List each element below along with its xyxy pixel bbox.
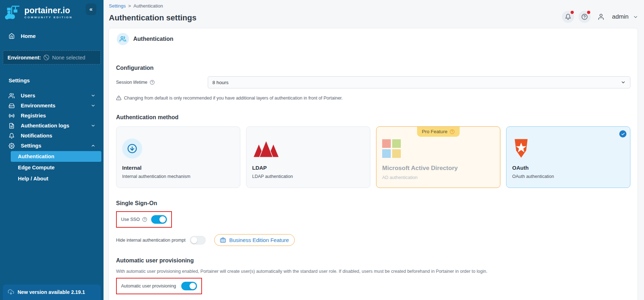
sidebar-item-registries[interactable]: Registries <box>0 111 104 121</box>
user-icon <box>597 13 605 20</box>
business-edition-badge[interactable]: Business Edition Feature <box>214 234 295 246</box>
auth-method-heading: Authentication method <box>116 114 630 121</box>
app-title: portainer.io <box>24 6 73 15</box>
arrow-down-circle-icon <box>122 139 142 159</box>
environment-selector[interactable]: Environment: None selected <box>3 50 101 64</box>
sidebar-item-home[interactable]: Home <box>0 30 104 42</box>
help-button[interactable] <box>578 11 591 23</box>
home-icon <box>9 33 15 39</box>
chevron-down-icon <box>621 80 626 85</box>
download-cloud-icon <box>8 289 14 295</box>
business-edition-label: Business Edition Feature <box>229 237 289 243</box>
sidebar-item-settings[interactable]: Settings <box>0 141 104 151</box>
sidebar-item-label: Notifications <box>21 133 52 139</box>
sidebar-section-title: Settings <box>0 77 104 83</box>
chevron-down-icon <box>91 123 96 128</box>
hide-prompt-toggle[interactable] <box>190 236 206 245</box>
method-description: OAuth authentication <box>512 174 624 179</box>
gear-icon <box>9 143 15 149</box>
use-sso-label: Use SSO <box>121 217 140 222</box>
user-menu-button[interactable] <box>595 11 607 23</box>
provisioning-toggle-label: Automatic user provisioning <box>121 284 176 289</box>
auth0-logo-icon <box>512 139 530 159</box>
bell-icon <box>565 14 571 20</box>
annotation-box-provisioning: Automatic user provisioning <box>116 278 202 294</box>
widget-title: Authentication <box>133 36 173 42</box>
method-name: Internal <box>122 165 234 171</box>
sidebar-item-edge-compute[interactable]: Edge Compute <box>11 162 101 173</box>
breadcrumb: Settings > Authentication <box>109 3 196 9</box>
method-name: Microsoft Active Directory <box>382 165 494 172</box>
sidebar-item-notifications[interactable]: Notifications <box>0 131 104 141</box>
method-name: LDAP <box>252 165 364 171</box>
notification-badge <box>571 11 574 14</box>
main-content: Settings > Authentication Authentication… <box>104 0 644 300</box>
server-icon <box>9 103 15 109</box>
sidebar-item-authentication-logs[interactable]: Authentication logs <box>0 121 104 131</box>
help-circle-icon <box>581 14 588 20</box>
sidebar-item-label: Settings <box>21 143 41 149</box>
breadcrumb-authentication: Authentication <box>134 3 163 9</box>
annotation-box-use-sso: Use SSO <box>116 211 172 228</box>
provisioning-toggle[interactable] <box>181 282 197 290</box>
version-banner-text: New version available 2.19.1 <box>18 289 85 295</box>
environment-value: None selected <box>52 55 85 61</box>
users-icon <box>9 93 15 99</box>
method-card-oauth[interactable]: OAuth OAuth authentication <box>506 126 630 188</box>
method-card-active-directory[interactable]: Pro Feature Microsoft Active Directory A… <box>376 126 500 188</box>
sidebar-item-label: Authentication logs <box>21 123 69 129</box>
help-circle-icon <box>142 217 147 222</box>
username: admin <box>612 13 629 20</box>
method-description: Internal authentication mechanism <box>122 174 234 179</box>
sidebar: portainer.io COMMUNITY EDITION « Home En… <box>0 0 104 300</box>
warning-triangle-icon <box>116 95 121 101</box>
sidebar-item-label: Help / About <box>18 176 48 182</box>
sidebar-item-help-about[interactable]: Help / About <box>11 173 101 184</box>
provisioning-heading: Automatic user provisioning <box>116 257 630 264</box>
breadcrumb-settings[interactable]: Settings <box>109 3 126 9</box>
help-badge <box>587 11 590 14</box>
pro-feature-label: Pro Feature <box>422 129 447 134</box>
version-banner: New version available 2.19.1 Dismiss See… <box>3 285 101 300</box>
home-label: Home <box>21 33 36 39</box>
session-lifetime-select[interactable]: 8 hours <box>208 76 630 88</box>
use-sso-toggle[interactable] <box>151 215 167 224</box>
broadcast-icon <box>9 113 15 119</box>
authentication-widget: Authentication Configuration Session lif… <box>109 28 638 300</box>
microsoft-logo-icon <box>382 139 401 158</box>
check-icon <box>619 130 626 137</box>
help-circle-icon <box>450 129 455 134</box>
ldap-logo-icon <box>252 139 280 158</box>
sidebar-item-authentication[interactable]: Authentication <box>11 151 101 162</box>
session-warning-text: Changing from default is only recommende… <box>124 96 343 101</box>
sidebar-item-label: Environments <box>21 103 56 108</box>
pro-feature-badge: Pro Feature <box>417 127 460 137</box>
method-card-ldap[interactable]: LDAP LDAP authentication <box>246 126 370 188</box>
provisioning-intro: With automatic user provisioning enabled… <box>116 269 630 274</box>
sidebar-item-label: Authentication <box>18 154 54 159</box>
chevron-up-icon <box>91 143 96 148</box>
sidebar-item-label: Registries <box>21 113 46 118</box>
sidebar-collapse-button[interactable]: « <box>86 4 96 15</box>
notifications-button[interactable] <box>562 11 574 23</box>
method-description: LDAP authentication <box>252 174 364 179</box>
method-card-internal[interactable]: Internal Internal authentication mechani… <box>116 126 240 188</box>
collapse-icon: « <box>90 6 93 13</box>
portainer-logo-icon <box>4 4 21 21</box>
chevron-down-icon <box>91 103 96 108</box>
sso-heading: Single Sign-On <box>116 200 630 207</box>
file-text-icon <box>9 123 15 129</box>
environment-label: Environment: <box>8 55 41 61</box>
bell-icon <box>9 133 15 139</box>
page-title: Authentication settings <box>109 13 196 23</box>
sidebar-item-label: Edge Compute <box>18 165 54 170</box>
method-description: AD authentication <box>382 175 494 180</box>
logo[interactable]: portainer.io COMMUNITY EDITION « <box>0 0 104 21</box>
session-lifetime-value: 8 hours <box>212 80 229 85</box>
configuration-heading: Configuration <box>116 65 630 71</box>
sidebar-item-environments[interactable]: Environments <box>0 101 104 111</box>
users-icon <box>117 33 129 45</box>
help-circle-icon <box>150 80 155 85</box>
sidebar-item-users[interactable]: Users <box>0 91 104 101</box>
chevron-down-icon[interactable] <box>633 14 638 20</box>
